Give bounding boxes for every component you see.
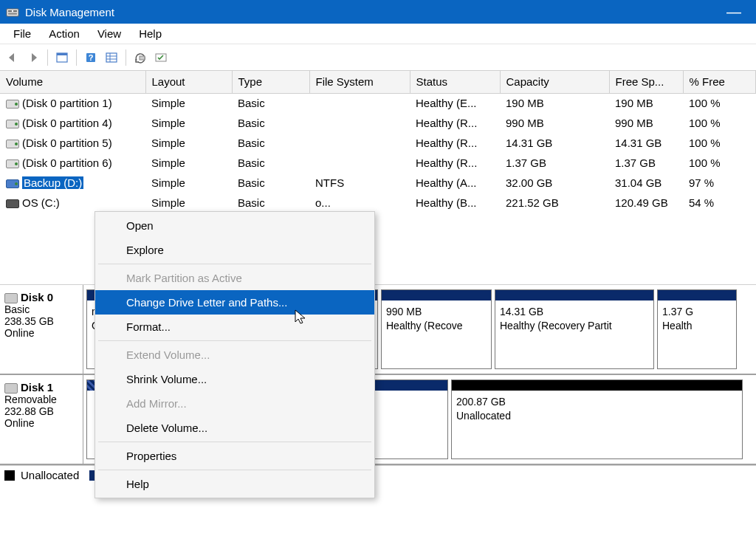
volume-row[interactable]: (Disk 0 partition 4)SimpleBasicHealthy (…: [0, 113, 756, 133]
col-capacity[interactable]: Capacity: [500, 71, 609, 93]
disk-info: Disk 1Removable232.88 GBOnline: [0, 375, 83, 464]
help-icon[interactable]: ?: [81, 48, 100, 67]
menu-view[interactable]: View: [89, 24, 130, 43]
ctx-format[interactable]: Format...: [95, 315, 374, 339]
ctx-help[interactable]: Help: [95, 472, 374, 496]
disk-info: Disk 0Basic238.35 GBOnline: [0, 285, 83, 374]
svg-rect-5: [57, 53, 67, 55]
svg-rect-1: [8, 10, 12, 12]
volume-row[interactable]: OS (C:)SimpleBasico...Healthy (B...221.5…: [0, 193, 756, 213]
menu-action[interactable]: Action: [40, 24, 89, 43]
volume-row[interactable]: Backup (D:)SimpleBasicNTFSHealthy (A...3…: [0, 173, 756, 193]
ctx-delete-volume[interactable]: Delete Volume...: [95, 416, 374, 440]
col-volume[interactable]: Volume: [0, 71, 145, 93]
svg-rect-8: [106, 53, 117, 62]
volume-row[interactable]: (Disk 0 partition 5)SimpleBasicHealthy (…: [0, 133, 756, 153]
volume-row[interactable]: (Disk 0 partition 1)SimpleBasicHealthy (…: [0, 93, 756, 113]
menu-file[interactable]: File: [4, 24, 40, 43]
ctx-extend-volume: Extend Volume...: [95, 343, 374, 367]
menubar: File Action View Help: [0, 24, 756, 44]
col-pct[interactable]: % Free: [683, 71, 756, 93]
partition[interactable]: 14.31 GBHealthy (Recovery Partit: [495, 289, 654, 369]
col-filesystem[interactable]: File System: [309, 71, 410, 93]
settings-icon[interactable]: [151, 48, 171, 67]
ctx-add-mirror: Add Mirror...: [95, 391, 374, 416]
forward-button[interactable]: [24, 48, 43, 67]
titlebar: Disk Management —: [0, 0, 756, 24]
col-type[interactable]: Type: [232, 71, 309, 93]
col-layout[interactable]: Layout: [145, 71, 232, 93]
properties-icon[interactable]: [52, 48, 72, 67]
partition[interactable]: 990 MBHealthy (Recove: [381, 289, 492, 369]
col-free[interactable]: Free Sp...: [609, 71, 683, 93]
ctx-open[interactable]: Open: [95, 213, 374, 238]
refresh-icon[interactable]: [131, 48, 150, 67]
partition[interactable]: 200.87 GBUnallocated: [451, 379, 743, 459]
minimize-button[interactable]: —: [718, 4, 750, 21]
col-status[interactable]: Status: [410, 71, 500, 93]
menu-help[interactable]: Help: [130, 24, 171, 43]
svg-rect-12: [140, 56, 145, 60]
ctx-explore[interactable]: Explore: [95, 238, 374, 262]
ctx-mark-active: Mark Partition as Active: [95, 266, 374, 290]
context-menu: Open Explore Mark Partition as Active Ch…: [94, 211, 375, 498]
svg-rect-3: [8, 13, 17, 15]
cursor-icon: [294, 309, 309, 329]
app-icon: [6, 6, 19, 18]
toolbar: ?: [0, 44, 756, 71]
svg-rect-2: [13, 10, 17, 12]
legend-unallocated: Unallocated: [21, 469, 79, 481]
volume-row[interactable]: (Disk 0 partition 6)SimpleBasicHealthy (…: [0, 153, 756, 173]
window-title: Disk Management: [25, 6, 718, 18]
partition[interactable]: 1.37 GHealth: [657, 289, 737, 369]
back-button[interactable]: [3, 48, 22, 67]
svg-text:?: ?: [89, 53, 94, 62]
ctx-shrink-volume[interactable]: Shrink Volume...: [95, 367, 374, 391]
table-view-icon[interactable]: [102, 48, 121, 67]
column-headers[interactable]: Volume Layout Type File System Status Ca…: [0, 71, 756, 93]
ctx-change-drive-letter[interactable]: Change Drive Letter and Paths...: [95, 290, 374, 315]
ctx-properties[interactable]: Properties: [95, 444, 374, 468]
